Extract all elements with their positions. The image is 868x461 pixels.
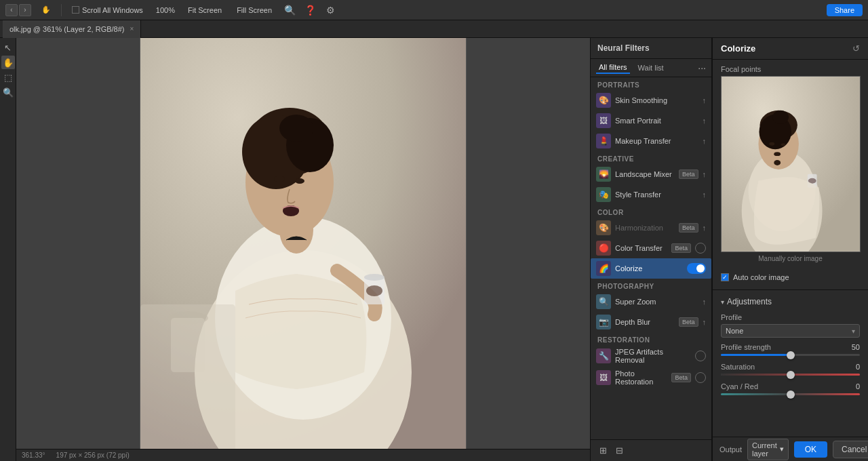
tab-all-filters[interactable]: All filters xyxy=(596,62,630,74)
photo-restoration-toggle[interactable] xyxy=(695,372,706,383)
zoom-tool[interactable]: 🔍 xyxy=(1,85,15,99)
filter-makeup-transfer[interactable]: 💄 Makeup Transfer ↑ xyxy=(591,131,711,151)
filter-smart-portrait[interactable]: 🖼 Smart Portrait ↑ xyxy=(591,111,711,131)
cyan-red-group: Cyan / Red 0 xyxy=(713,380,868,399)
color-transfer-icon: 🔴 xyxy=(596,241,611,256)
document-tab[interactable]: olk.jpg @ 361% (Layer 2, RGB/8#) × xyxy=(3,20,141,38)
restoration-category: RESTORATION xyxy=(591,332,711,345)
harmonization-icon: 🎨 xyxy=(596,220,611,235)
filter-harmonization[interactable]: 🎨 Harmonization Beta ↑ xyxy=(591,218,711,238)
panel-icon-2[interactable]: ⊟ xyxy=(612,444,626,458)
svg-rect-18 xyxy=(171,318,205,372)
filter-super-zoom[interactable]: 🔍 Super Zoom ↑ xyxy=(591,292,711,312)
reset-icon[interactable]: ↺ xyxy=(852,43,860,54)
output-chevron-icon: ▾ xyxy=(780,445,784,454)
share-button[interactable]: Share xyxy=(827,4,863,16)
filter-photo-restoration[interactable]: 🖼 Photo Restoration Beta xyxy=(591,367,711,388)
panel-icon-1[interactable]: ⊞ xyxy=(596,444,610,458)
canvas-area[interactable]: 361.33° 197 px × 256 px (72 ppi) xyxy=(16,38,590,461)
help-button[interactable]: ❓ xyxy=(302,3,317,18)
auto-color-checkbox[interactable]: ✓ xyxy=(721,273,729,281)
jpeg-artifacts-toggle[interactable] xyxy=(695,350,706,361)
filter-depth-blur[interactable]: 📷 Depth Blur Beta ↑ xyxy=(591,312,711,332)
filter-jpeg-artifacts[interactable]: 🔧 JPEG Artifacts Removal xyxy=(591,345,711,367)
svg-point-15 xyxy=(366,285,382,296)
jpeg-artifacts-icon: 🔧 xyxy=(596,348,611,363)
profile-value: None xyxy=(726,327,743,335)
tab-bar: olk.jpg @ 361% (Layer 2, RGB/8#) × xyxy=(0,20,868,38)
photo-restoration-label: Photo Restoration xyxy=(615,369,667,386)
nav-arrows: ‹ › xyxy=(5,4,31,16)
fill-screen-label: Fill Screen xyxy=(237,6,272,14)
canvas-image-container xyxy=(140,38,467,449)
fit-screen-button[interactable]: Fit Screen xyxy=(183,4,226,16)
profile-dropdown[interactable]: None ▾ xyxy=(721,324,860,338)
filter-landscape-mixer[interactable]: 🌄 Landscape Mixer Beta ↑ xyxy=(591,164,711,184)
profile-setting: Profile None ▾ xyxy=(713,310,868,340)
color-transfer-label: Color Transfer xyxy=(615,244,667,252)
neural-filters-title: Neural Filters xyxy=(597,43,650,53)
canvas-image xyxy=(140,38,466,449)
back-button[interactable]: ‹ xyxy=(5,4,18,16)
style-transfer-arrow: ↑ xyxy=(703,191,707,199)
svg-point-28 xyxy=(781,143,786,146)
landscape-mixer-label: Landscape Mixer xyxy=(615,170,675,178)
frame-tool[interactable]: ⬚ xyxy=(1,71,15,84)
colorize-toggle[interactable] xyxy=(687,263,706,274)
tab-close-button[interactable]: × xyxy=(130,25,134,33)
color-category: COLOR xyxy=(591,205,711,218)
output-bar: Output Current layer ▾ OK Cancel xyxy=(713,437,868,461)
profile-strength-group: Profile strength 50 xyxy=(713,340,868,360)
auto-color-row: ✓ Auto color image xyxy=(713,270,868,287)
landscape-mixer-arrow: ↑ xyxy=(703,170,707,178)
forward-button[interactable]: › xyxy=(19,4,31,16)
output-select[interactable]: Current layer ▾ xyxy=(747,439,789,460)
checkbox-icon xyxy=(72,6,79,14)
filter-color-transfer[interactable]: 🔴 Color Transfer Beta xyxy=(591,238,711,258)
search-button[interactable]: 🔍 xyxy=(282,3,297,18)
fill-screen-button[interactable]: Fill Screen xyxy=(232,4,277,16)
saturation-header: Saturation 0 xyxy=(721,363,860,371)
panel-tabs: All filters Wait list ··· xyxy=(591,59,711,77)
tab-wait-list[interactable]: Wait list xyxy=(635,62,667,73)
svg-point-11 xyxy=(295,178,304,184)
creative-category: CREATIVE xyxy=(591,151,711,164)
cyan-red-track xyxy=(721,393,860,395)
saturation-group: Saturation 0 xyxy=(713,360,868,380)
depth-blur-label: Depth Blur xyxy=(615,318,675,326)
adjustments-label: Adjustments xyxy=(727,297,772,306)
cyan-red-thumb[interactable] xyxy=(787,390,795,399)
arrow-tool[interactable]: ↖ xyxy=(1,41,15,54)
neural-filters-panel: Neural Filters All filters Wait list ···… xyxy=(590,38,712,461)
left-tools-panel: ↖ ✋ ⬚ 🔍 xyxy=(0,38,16,461)
hand-tool-btn[interactable]: ✋ xyxy=(1,56,15,69)
more-options-button[interactable]: ··· xyxy=(698,62,706,73)
makeup-transfer-icon: 💄 xyxy=(596,134,611,148)
filter-skin-smoothing[interactable]: 🎨 Skin Smoothing ↑ xyxy=(591,90,711,111)
output-label: Output xyxy=(719,445,742,454)
colorize-title: Colorize xyxy=(721,43,755,54)
saturation-track xyxy=(721,374,860,376)
adjustments-header[interactable]: ▾ Adjustments xyxy=(713,293,868,310)
output-value: Current layer xyxy=(752,441,777,458)
filter-style-transfer[interactable]: 🎭 Style Transfer ↑ xyxy=(591,184,711,205)
photo-restoration-icon: 🖼 xyxy=(596,370,611,385)
settings-scroll: Focal points xyxy=(713,60,868,437)
depth-blur-icon: 📷 xyxy=(596,315,611,329)
scroll-all-windows-checkbox[interactable]: Scroll All Windows xyxy=(67,4,148,16)
settings-button[interactable]: ⚙ xyxy=(323,3,338,18)
profile-strength-thumb[interactable] xyxy=(787,351,795,359)
cancel-button[interactable]: Cancel xyxy=(833,441,868,458)
ok-button[interactable]: OK xyxy=(794,441,827,458)
super-zoom-icon: 🔍 xyxy=(596,294,611,309)
harmonization-label: Harmonization xyxy=(615,224,675,232)
saturation-thumb[interactable] xyxy=(787,371,795,379)
canvas-content xyxy=(16,38,590,449)
profile-label: Profile xyxy=(721,313,860,321)
hand-icon: ✋ xyxy=(41,5,51,14)
color-transfer-toggle[interactable] xyxy=(695,243,706,254)
filter-colorize[interactable]: 🌈 Colorize xyxy=(591,258,711,279)
colorize-icon: 🌈 xyxy=(596,261,611,276)
hand-tool[interactable]: ✋ xyxy=(37,3,56,16)
photography-category: PHOTOGRAPHY xyxy=(591,279,711,292)
